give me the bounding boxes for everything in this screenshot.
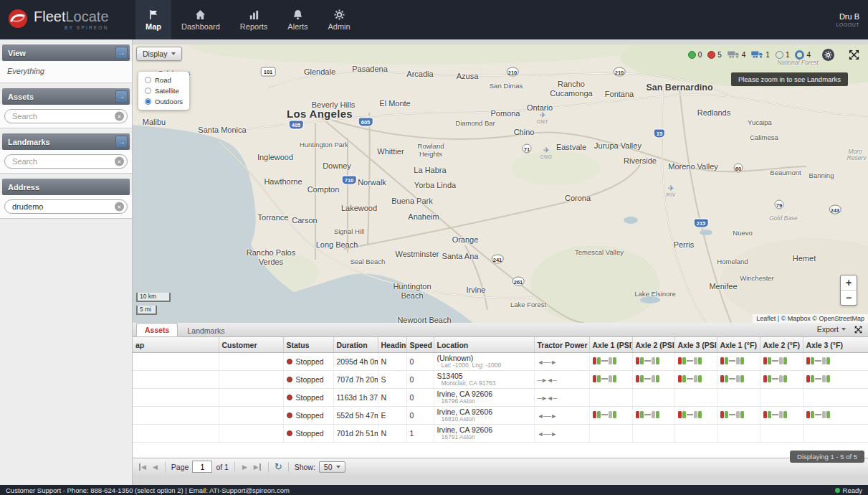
col-header[interactable]: Duration xyxy=(333,337,378,353)
axle-cell xyxy=(589,389,632,407)
col-header[interactable]: Tractor Power xyxy=(534,337,589,353)
axle-cell xyxy=(717,389,760,407)
tab-assets[interactable]: Assets xyxy=(136,323,178,336)
assets-panel-arrow-button[interactable] xyxy=(115,90,128,103)
table-row[interactable]: Stopped707d 7h 20mS0S13405Montclair, CA … xyxy=(133,371,868,389)
col-header[interactable]: Heading xyxy=(378,337,406,353)
moving-filter[interactable]: 0 xyxy=(688,51,702,59)
axle-cell xyxy=(760,371,803,389)
last-page-button[interactable] xyxy=(252,463,262,471)
nav-item-admin[interactable]: Admin xyxy=(318,0,360,39)
nav-item-map[interactable]: Map xyxy=(135,0,171,39)
landmark-thin-filter[interactable]: 1 xyxy=(776,51,790,59)
col-header[interactable]: Status xyxy=(283,337,333,353)
tractor-power-icon: ◄──► xyxy=(538,359,557,366)
status-cell: Stopped xyxy=(283,371,333,389)
map-settings-gear-icon[interactable] xyxy=(822,49,834,61)
panel-collapse-icon[interactable] xyxy=(854,326,862,334)
col-header[interactable]: Location xyxy=(434,337,534,353)
support-text: Customer Support - Phone: 888-624-1350 (… xyxy=(6,486,290,494)
landmarks-panel-arrow-button[interactable] xyxy=(115,136,128,148)
location-cell: S13405Montclair, CA 91763 xyxy=(434,371,534,389)
address-panel-header[interactable]: Address xyxy=(2,179,130,195)
col-header[interactable]: Axle 2 (°F) xyxy=(760,337,803,353)
asset-name-cell xyxy=(133,371,219,389)
landmarks-panel-header[interactable]: Landmarks xyxy=(2,133,130,150)
col-header[interactable]: Axle 1 (PSI) xyxy=(589,337,632,353)
landmarks-search-clear-icon[interactable] xyxy=(115,157,124,166)
view-panel-header[interactable]: View xyxy=(2,44,130,61)
axle-cell xyxy=(674,353,717,371)
col-header[interactable]: Axle 1 (°F) xyxy=(717,337,760,353)
table-row[interactable]: Stopped701d 2h 51mN1Irvine, CA 926061679… xyxy=(133,425,868,443)
map-canvas[interactable]: National ForestCalabasasGlendalePasadena… xyxy=(133,44,868,323)
left-sidebar: View Everything Assets Landmarks xyxy=(0,39,133,485)
landmark-thick-filter[interactable]: 4 xyxy=(795,50,811,60)
map-expand-icon[interactable] xyxy=(849,50,859,60)
assets-search-input[interactable] xyxy=(4,109,128,123)
previous-page-button[interactable] xyxy=(151,463,159,471)
nav-item-dashboard[interactable]: Dashboard xyxy=(171,0,230,39)
axle-indicator xyxy=(636,411,659,418)
stopped-dot-icon xyxy=(287,430,292,436)
col-header[interactable]: Speed xyxy=(406,337,434,353)
radio-outdoors-icon xyxy=(145,98,151,105)
layer-option-road[interactable]: Road xyxy=(145,76,183,84)
address-clear-icon[interactable] xyxy=(115,202,124,212)
axle-cell xyxy=(760,425,803,443)
table-row[interactable]: Stopped2095d 4h 0mN0(Unknown)Lat: -1000,… xyxy=(133,353,868,371)
tab-landmarks[interactable]: Landmarks xyxy=(179,324,232,336)
axle-indicator xyxy=(763,375,787,382)
nav-item-reports[interactable]: Reports xyxy=(230,0,278,39)
refresh-icon[interactable] xyxy=(275,462,282,471)
first-page-button[interactable] xyxy=(138,463,148,471)
display-dropdown-button[interactable]: Display xyxy=(136,47,182,61)
axle-cell xyxy=(674,371,717,389)
table-row[interactable]: Stopped1163d 1h 37mN0Irvine, CA 92606167… xyxy=(133,389,868,407)
address-input[interactable] xyxy=(4,199,128,214)
assets-panel-header[interactable]: Assets xyxy=(2,88,130,105)
speed-cell: 0 xyxy=(406,389,434,407)
landmark-circle-icon xyxy=(776,51,783,59)
axle-indicator xyxy=(593,375,616,382)
layer-option-outdoors[interactable]: Outdoors xyxy=(145,98,183,105)
logout-link[interactable]: LOGOUT xyxy=(836,22,859,27)
page-size-select[interactable]: 50 xyxy=(319,461,345,473)
col-header[interactable]: Axle 3 (PSI) xyxy=(674,337,717,353)
next-page-button[interactable] xyxy=(241,463,249,471)
col-header[interactable]: ap xyxy=(133,337,219,353)
tractor-power-cell: ─►◄─ xyxy=(534,371,589,389)
moving-count: 0 xyxy=(698,51,702,59)
blue-trailer-count: 1 xyxy=(766,51,770,59)
layer-option-satellite[interactable]: Satellite xyxy=(145,87,183,95)
stopped-filter[interactable]: 5 xyxy=(707,51,722,59)
page-number-input[interactable] xyxy=(192,461,212,473)
col-header[interactable]: Customer xyxy=(219,337,283,353)
stopped-dot-icon xyxy=(287,377,292,382)
axle-indicator xyxy=(636,357,659,364)
view-panel-arrow-button[interactable] xyxy=(115,47,128,59)
col-header[interactable]: Axle 3 (°F) xyxy=(803,337,868,353)
gray-trailer-filter[interactable]: 4 xyxy=(728,50,746,60)
landmarks-search-input[interactable] xyxy=(4,154,128,169)
brand-logo[interactable]: FleetLocate BY SPIREON xyxy=(0,0,133,39)
col-header[interactable]: Axle 2 (PSI) xyxy=(632,337,674,353)
export-button[interactable]: Export xyxy=(817,325,846,334)
axle-indicator xyxy=(720,375,744,382)
landmark-zoom-tooltip: Please zoom in to see Landmarks xyxy=(731,72,848,86)
blue-trailer-filter[interactable]: 1 xyxy=(751,50,770,60)
user-menu[interactable]: Dru B LOGOUT xyxy=(836,0,868,39)
stopped-dot-icon xyxy=(707,51,715,59)
speed-cell: 0 xyxy=(406,407,434,425)
zoom-out-button[interactable]: − xyxy=(841,290,857,305)
nav-item-alerts[interactable]: Alerts xyxy=(277,0,318,39)
table-row[interactable]: Stopped552d 5h 47mE0Irvine, CA 926061681… xyxy=(133,407,868,425)
assets-search-clear-icon[interactable] xyxy=(115,112,124,121)
zoom-in-button[interactable]: + xyxy=(841,275,857,290)
axle-cell xyxy=(760,353,803,371)
view-selected-value[interactable]: Everything xyxy=(4,65,128,78)
tractor-power-icon: ◄──► xyxy=(538,412,557,420)
axle-cell xyxy=(803,389,868,407)
status-cell: Stopped xyxy=(283,353,333,371)
duration-cell: 552d 5h 47m xyxy=(333,407,378,425)
